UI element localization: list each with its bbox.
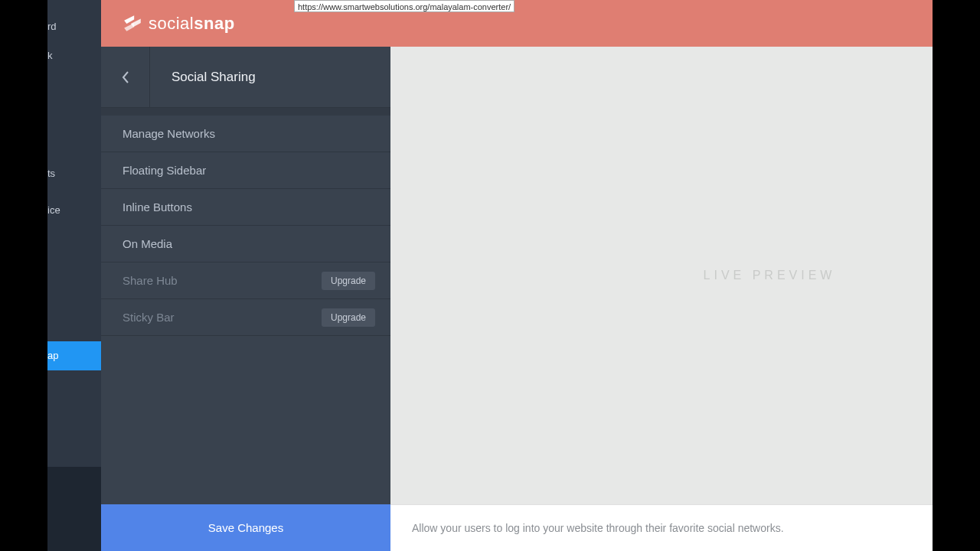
wp-admin-sidebar: rd k ts ice ap bbox=[47, 0, 101, 551]
live-preview-label: LIVE PREVIEW bbox=[704, 269, 836, 282]
wp-menu-item[interactable]: k bbox=[47, 41, 101, 70]
menu-item-label: Inline Buttons bbox=[122, 201, 192, 214]
menu-item-share-hub[interactable]: Share Hub Upgrade bbox=[101, 262, 390, 299]
brand-name: socialsnap bbox=[149, 14, 235, 34]
wp-menu-item-socialsnap[interactable]: ap bbox=[47, 341, 101, 370]
menu-item-manage-networks[interactable]: Manage Networks bbox=[101, 116, 390, 152]
menu-item-label: Sticky Bar bbox=[122, 311, 175, 324]
brand-logo: socialsnap bbox=[122, 14, 235, 34]
section-title: Social Sharing bbox=[150, 70, 390, 85]
menu-item-label: Floating Sidebar bbox=[122, 164, 206, 177]
wp-menu-item[interactable]: ice bbox=[47, 196, 101, 225]
section-header: Social Sharing bbox=[101, 47, 390, 108]
live-preview-panel: LIVE PREVIEW bbox=[390, 47, 980, 504]
description-strip: Allow your users to log into your websit… bbox=[390, 504, 980, 551]
upgrade-badge[interactable]: Upgrade bbox=[322, 272, 375, 290]
wp-menu-item[interactable]: rd bbox=[47, 12, 101, 41]
app-header: socialsnap bbox=[101, 0, 980, 47]
menu-item-label: Manage Networks bbox=[122, 127, 215, 140]
chevron-left-icon bbox=[122, 71, 129, 83]
wp-menu-item[interactable]: ts bbox=[47, 159, 101, 188]
menu-item-inline-buttons[interactable]: Inline Buttons bbox=[101, 189, 390, 226]
menu-item-label: Share Hub bbox=[122, 274, 178, 287]
upgrade-badge[interactable]: Upgrade bbox=[322, 308, 375, 327]
menu-item-on-media[interactable]: On Media bbox=[101, 226, 390, 262]
settings-sidebar: Social Sharing Manage Networks Floating … bbox=[101, 47, 390, 551]
menu-item-label: On Media bbox=[122, 237, 172, 250]
url-tooltip: https://www.smartwebsolutions.org/malaya… bbox=[294, 0, 514, 12]
menu-item-sticky-bar[interactable]: Sticky Bar Upgrade bbox=[101, 299, 390, 336]
save-button[interactable]: Save Changes bbox=[101, 504, 390, 551]
back-button[interactable] bbox=[101, 47, 150, 108]
socialsnap-logo-icon bbox=[122, 14, 142, 34]
menu-item-floating-sidebar[interactable]: Floating Sidebar bbox=[101, 152, 390, 189]
letterbox-right bbox=[933, 0, 980, 551]
description-text: Allow your users to log into your websit… bbox=[412, 522, 784, 534]
